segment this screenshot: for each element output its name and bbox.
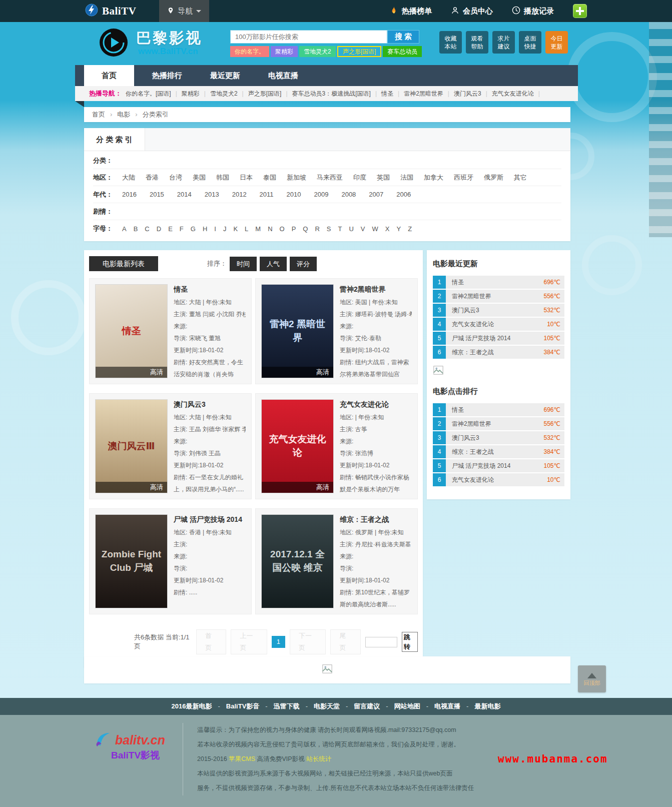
filter-option-year[interactable]: 2006 xyxy=(396,191,411,198)
hot-nav-link[interactable]: 澳门风云3 xyxy=(454,90,492,97)
filter-option-region[interactable]: 法国 xyxy=(400,174,413,181)
filter-option-region[interactable]: 美国 xyxy=(193,174,206,181)
breadcrumb-movies[interactable]: 电影 xyxy=(117,110,142,119)
filter-option-region[interactable]: 西班牙 xyxy=(454,174,473,181)
rank-link[interactable]: 澳门风云3532℃ xyxy=(446,304,564,317)
topbar-link-hot-list[interactable]: 热播榜单 xyxy=(389,6,432,17)
filter-option-letter[interactable]: I xyxy=(214,225,216,233)
pagination-jump-button[interactable]: 跳转 xyxy=(402,632,418,652)
filter-option-region[interactable]: 日本 xyxy=(240,174,253,181)
filter-option-year[interactable]: 2010 xyxy=(287,191,301,198)
breadcrumb-home[interactable]: 首页 xyxy=(92,110,117,119)
filter-option-letter[interactable]: R xyxy=(315,225,319,233)
filter-option-letter[interactable]: S xyxy=(327,225,331,233)
filter-option-year[interactable]: 2013 xyxy=(205,191,219,198)
filter-option-letter[interactable]: O xyxy=(280,225,285,233)
hot-search-tag[interactable]: 雪地灵犬2 xyxy=(299,46,336,57)
hot-nav-link[interactable]: 雪地灵犬2 xyxy=(210,90,248,97)
movie-poster[interactable]: 2017.12.1 全国公映 维京 xyxy=(261,514,334,608)
filter-option-region[interactable]: 泰国 xyxy=(263,174,276,181)
hot-search-tag[interactable]: 你的名字。 xyxy=(230,46,269,57)
topbar-link-play-history[interactable]: 播放记录 xyxy=(512,6,554,16)
search-button[interactable]: 搜 索 xyxy=(387,30,419,44)
search-input[interactable] xyxy=(230,30,387,44)
footer-logo[interactable]: balitv.cn BaliTV影视 xyxy=(93,729,178,762)
nav-tab-home[interactable]: 首页 xyxy=(84,65,134,86)
footer-nav-link[interactable]: 网站地图 xyxy=(394,702,434,711)
hot-search-tag[interactable]: 声之形[国语] xyxy=(337,46,382,57)
quick-button[interactable]: 求片建议 xyxy=(492,31,515,54)
filter-option-letter[interactable]: U xyxy=(349,225,353,233)
footer-nav-link[interactable]: 迅雷下载 xyxy=(274,702,314,711)
rank-link[interactable]: 维京：王者之战384℃ xyxy=(446,445,564,458)
footer-nav-link[interactable]: 最新电影 xyxy=(474,702,500,711)
hot-nav-link[interactable]: 聚精彩 xyxy=(182,90,210,97)
rank-link[interactable]: 尸城 活尸竞技场 2014105℃ xyxy=(446,459,564,472)
nav-tab-live-tv[interactable]: 电视直播 xyxy=(258,65,308,86)
filter-option-letter[interactable]: W xyxy=(372,225,378,233)
pagination-next-button[interactable]: 下一页 xyxy=(290,629,326,654)
filter-option-region[interactable]: 新加坡 xyxy=(287,174,306,181)
sort-button[interactable]: 人气 xyxy=(260,257,287,271)
filter-option-letter[interactable]: B xyxy=(134,225,138,233)
stats-link[interactable]: 站长统计 xyxy=(306,755,331,762)
filter-option-letter[interactable]: J xyxy=(223,225,227,233)
rank-link[interactable]: 情圣696℃ xyxy=(446,403,564,416)
filter-option-letter[interactable]: Y xyxy=(396,225,401,233)
quick-button[interactable]: 今日更新 xyxy=(545,31,568,54)
site-logo[interactable]: 巴黎影视 www.BaliTV.cn xyxy=(99,28,202,59)
pagination-prev-button[interactable]: 上一页 xyxy=(231,629,267,654)
hot-nav-link[interactable]: 情圣 xyxy=(381,90,404,97)
rank-link[interactable]: 充气女友进化论10℃ xyxy=(446,318,564,331)
filter-option-region[interactable]: 其它 xyxy=(514,174,527,181)
filter-option-letter[interactable]: H xyxy=(203,225,207,233)
filter-option-region[interactable]: 大陆 xyxy=(122,174,135,181)
rank-link[interactable]: 维京：王者之战384℃ xyxy=(446,346,564,359)
pagination-current-page[interactable]: 1 xyxy=(272,636,285,648)
filter-option-letter[interactable]: M xyxy=(255,225,261,233)
filter-option-letter[interactable]: E xyxy=(168,225,173,233)
movie-title[interactable]: 充气女友进化论 xyxy=(340,400,412,409)
filter-option-region[interactable]: 韩国 xyxy=(216,174,229,181)
quick-button[interactable]: 桌面快捷 xyxy=(519,31,541,54)
footer-nav-link[interactable]: 电视直播 xyxy=(434,702,474,711)
movie-title[interactable]: 维京：王者之战 xyxy=(340,515,412,524)
filter-option-letter[interactable]: G xyxy=(191,225,196,233)
filter-option-year[interactable]: 2012 xyxy=(232,191,247,198)
filter-option-letter[interactable]: N xyxy=(268,225,272,233)
filter-option-letter[interactable]: X xyxy=(385,225,390,233)
hot-search-tag[interactable]: 聚精彩 xyxy=(271,46,298,57)
filter-option-letter[interactable]: C xyxy=(145,225,149,233)
footer-nav-link[interactable]: 电影天堂 xyxy=(314,702,354,711)
hot-nav-link[interactable]: 你的名字。[国语] xyxy=(126,90,182,97)
movie-title[interactable]: 澳门风云3 xyxy=(174,400,246,409)
filter-option-year[interactable]: 2007 xyxy=(369,191,383,198)
filter-option-region[interactable]: 香港 xyxy=(146,174,159,181)
pagination-first-button[interactable]: 首页 xyxy=(196,629,226,654)
movie-poster[interactable]: 情圣 高清 xyxy=(95,284,168,378)
hot-nav-link[interactable]: 充气女友进化论 xyxy=(492,90,544,97)
cms-link[interactable]: 苹果CMS xyxy=(229,755,255,762)
filter-option-year[interactable]: 2008 xyxy=(341,191,356,198)
filter-option-region[interactable]: 英国 xyxy=(377,174,390,181)
filter-option-letter[interactable]: D xyxy=(157,225,161,233)
filter-option-letter[interactable]: A xyxy=(122,225,127,233)
filter-option-year[interactable]: 2015 xyxy=(150,191,164,198)
movie-title[interactable]: 雷神2黑暗世界 xyxy=(340,285,412,294)
filter-option-region[interactable]: 马来西亚 xyxy=(317,174,343,181)
filter-option-letter[interactable]: Q xyxy=(303,225,308,233)
nav-dropdown-button[interactable]: 导航 xyxy=(159,0,209,22)
brand-logo[interactable]: BaliTV xyxy=(85,4,136,19)
filter-option-year[interactable]: 2009 xyxy=(314,191,329,198)
hot-nav-link[interactable]: 声之形[国语] xyxy=(248,90,292,97)
quick-button[interactable]: 收藏本站 xyxy=(439,31,462,54)
quick-button[interactable]: 观看帮助 xyxy=(466,31,488,54)
filter-option-year[interactable]: 2016 xyxy=(122,191,137,198)
filter-option-region[interactable]: 印度 xyxy=(353,174,366,181)
movie-poster[interactable]: 雷神2 黑暗世界 高清 xyxy=(261,284,334,378)
footer-nav-link[interactable]: 2016最新电影 xyxy=(172,702,226,711)
movie-poster[interactable]: Zombie Fight Club 尸城 xyxy=(95,514,168,608)
movie-title[interactable]: 情圣 xyxy=(174,285,246,294)
rank-link[interactable]: 雷神2黑暗世界556℃ xyxy=(446,290,564,303)
filter-option-letter[interactable]: V xyxy=(361,225,365,233)
